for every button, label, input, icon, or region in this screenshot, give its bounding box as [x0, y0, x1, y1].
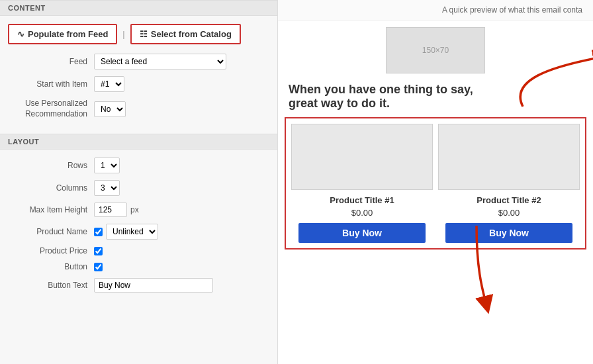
rss-icon: ∿ — [17, 29, 24, 39]
preview-header: A quick preview of what this email conta — [278, 0, 593, 21]
buy-now-button-2[interactable]: Buy Now — [445, 223, 573, 243]
layout-section: Rows 1 Columns 3 Max Item Height px Prod… — [0, 150, 277, 307]
start-with-item-label: Start with Item — [8, 79, 94, 89]
max-item-height-row: Max Item Height px — [8, 203, 269, 217]
columns-label: Columns — [8, 183, 94, 193]
columns-select[interactable]: 3 — [94, 180, 120, 196]
source-button-row: ∿ Populate from Feed | ☷ Select from Cat… — [8, 24, 269, 44]
personalized-label: Use PersonalizedRecommendation — [8, 99, 94, 119]
layout-section-header: LAYOUT — [0, 134, 277, 150]
max-item-height-control: px — [94, 203, 139, 217]
select-from-catalog-button[interactable]: ☷ Select from Catalog — [130, 24, 241, 44]
columns-row: Columns 3 — [8, 180, 269, 196]
product-grid-container: Product Title #1 $0.00 Buy Now Product T… — [285, 117, 586, 250]
product-title-1: Product Title #1 — [291, 195, 433, 205]
button-row-layout: Button — [8, 262, 269, 271]
product-card-2: Product Title #2 $0.00 Buy Now — [438, 124, 580, 243]
product-price-label: Product Price — [8, 246, 94, 255]
product-price-checkbox[interactable] — [94, 247, 103, 255]
product-name-checkbox[interactable] — [94, 228, 103, 236]
max-item-height-label: Max Item Height — [8, 205, 94, 214]
product-title-2: Product Title #2 — [438, 195, 580, 205]
px-label: px — [130, 205, 139, 214]
personalized-row: Use PersonalizedRecommendation No — [8, 99, 269, 119]
content-section-header: CONTENT — [0, 0, 277, 16]
max-item-height-input[interactable] — [94, 203, 127, 217]
product-grid: Product Title #1 $0.00 Buy Now Product T… — [291, 124, 580, 243]
populate-from-feed-button[interactable]: ∿ Populate from Feed — [8, 24, 117, 44]
product-image-1 — [291, 124, 433, 190]
buy-now-button-1[interactable]: Buy Now — [298, 223, 426, 243]
button-text-input[interactable] — [94, 278, 213, 293]
product-card-1: Product Title #1 $0.00 Buy Now — [291, 124, 433, 243]
start-with-item-select[interactable]: #1 — [94, 76, 124, 92]
product-name-control: Unlinked — [94, 224, 158, 240]
content-section: ∿ Populate from Feed | ☷ Select from Cat… — [0, 16, 277, 134]
rows-label: Rows — [8, 161, 94, 170]
product-price-row: Product Price — [8, 246, 269, 255]
product-name-label: Product Name — [8, 227, 94, 236]
feed-row: Feed Select a feed — [8, 54, 269, 69]
rows-select[interactable]: 1 — [94, 158, 120, 173]
product-name-link-select[interactable]: Unlinked — [106, 224, 158, 240]
catalog-icon: ☷ — [140, 29, 148, 39]
button-checkbox[interactable] — [94, 263, 103, 271]
feed-label: Feed — [8, 57, 94, 66]
preview-body: 150×70 When you have one thing to say,gr… — [278, 21, 593, 364]
personalized-select[interactable]: No — [94, 101, 126, 117]
button-label: Button — [8, 262, 94, 271]
button-text-row: Button Text — [8, 278, 269, 293]
product-image-2 — [438, 124, 580, 190]
placeholder-image: 150×70 — [386, 27, 485, 73]
feed-select[interactable]: Select a feed — [94, 54, 226, 69]
right-panel: A quick preview of what this email conta… — [278, 0, 593, 364]
button-separator: | — [122, 29, 124, 39]
email-headline: When you have one thing to say,great way… — [278, 73, 593, 117]
button-text-label: Button Text — [8, 281, 94, 290]
rows-row: Rows 1 — [8, 158, 269, 173]
start-with-item-row: Start with Item #1 — [8, 76, 269, 92]
left-panel: CONTENT ∿ Populate from Feed | ☷ Select … — [0, 0, 278, 364]
product-price-1: $0.00 — [291, 208, 433, 218]
product-price-2: $0.00 — [438, 208, 580, 218]
product-name-row: Product Name Unlinked — [8, 224, 269, 240]
